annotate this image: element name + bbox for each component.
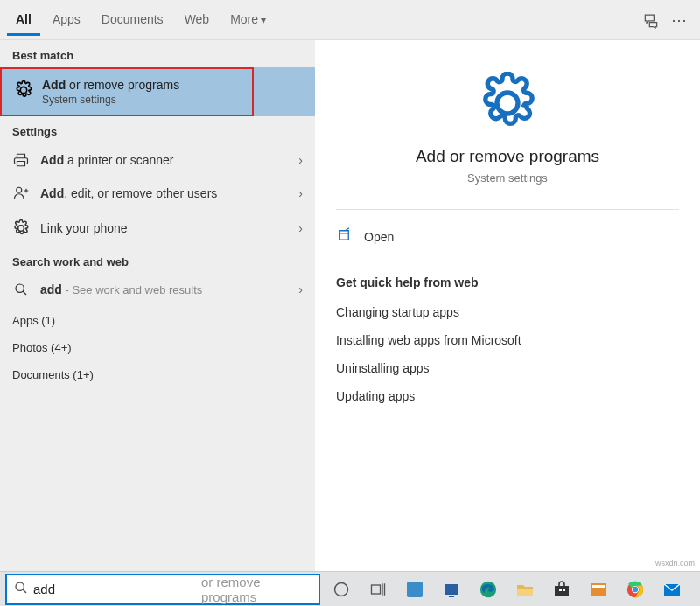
help-link[interactable]: Updating apps	[336, 382, 679, 410]
result-add-printer[interactable]: Add a printer or scanner ›	[0, 143, 315, 177]
taskbar-search[interactable]: or remove programs	[5, 574, 320, 605]
result-add-users[interactable]: Add, edit, or remove other users ›	[0, 177, 315, 210]
result-text: Add a printer or scanner	[40, 153, 288, 167]
settings-label: Settings	[0, 116, 315, 143]
app-icon-3[interactable]	[583, 574, 614, 605]
file-explorer-icon[interactable]	[509, 574, 541, 605]
chevron-right-icon: ›	[298, 282, 303, 296]
watermark: wsxdn.com	[655, 559, 695, 568]
search-ghost-text: or remove programs	[201, 575, 312, 604]
search-icon	[12, 282, 30, 296]
result-search-web[interactable]: add - See work and web results ›	[0, 274, 315, 305]
svg-rect-6	[449, 596, 454, 597]
best-match-sub: System settings	[42, 94, 179, 106]
task-view-icon[interactable]	[362, 574, 394, 605]
more-options-icon[interactable]: ⋯	[665, 6, 693, 34]
cortana-icon[interactable]	[326, 574, 357, 605]
best-match-label: Best match	[0, 40, 315, 67]
result-text: Link your phone	[40, 221, 288, 235]
result-text: Add, edit, or remove other users	[40, 186, 288, 200]
result-text: add - See work and web results	[40, 282, 288, 296]
search-icon	[14, 581, 28, 598]
app-icon-2[interactable]	[436, 574, 467, 605]
open-label: Open	[364, 230, 394, 244]
feedback-icon[interactable]	[637, 6, 665, 34]
documents-group-label[interactable]: Documents (1+)	[0, 359, 315, 387]
person-add-icon	[12, 185, 30, 201]
app-icon-1[interactable]	[399, 574, 430, 605]
help-link[interactable]: Installing web apps from Microsoft	[336, 326, 679, 354]
svg-rect-10	[559, 589, 562, 591]
best-match-title: Add or remove programs	[42, 78, 179, 92]
edge-icon[interactable]	[472, 574, 504, 605]
store-icon[interactable]	[546, 574, 578, 605]
gear-icon	[14, 80, 33, 103]
printer-icon	[12, 152, 30, 168]
help-title: Get quick help from web	[336, 275, 679, 289]
svg-point-1	[16, 582, 24, 590]
svg-rect-13	[592, 585, 605, 588]
svg-rect-3	[372, 585, 381, 594]
search-input[interactable]	[33, 582, 200, 596]
best-match-result[interactable]: Add or remove programs System settings	[0, 67, 254, 116]
chevron-right-icon: ›	[298, 221, 303, 235]
tab-more[interactable]: More	[221, 3, 275, 36]
apps-group-label[interactable]: Apps (1)	[0, 305, 315, 332]
preview-title: Add or remove programs	[336, 147, 679, 166]
svg-point-16	[633, 586, 638, 591]
svg-rect-11	[563, 589, 565, 591]
best-match-expand[interactable]	[254, 67, 315, 116]
svg-rect-8	[517, 589, 533, 596]
result-link-phone[interactable]: Link your phone ›	[0, 210, 315, 247]
open-icon	[336, 227, 352, 246]
gear-icon	[12, 219, 30, 238]
results-panel: Best match Add or remove programs System…	[0, 40, 315, 571]
open-action[interactable]: Open	[336, 220, 679, 253]
svg-point-2	[335, 582, 348, 596]
chevron-right-icon: ›	[298, 153, 303, 167]
mail-icon[interactable]	[656, 574, 688, 605]
help-link[interactable]: Changing startup apps	[336, 298, 679, 326]
tab-apps[interactable]: Apps	[44, 3, 89, 36]
search-web-label: Search work and web	[0, 247, 315, 274]
photos-group-label[interactable]: Photos (4+)	[0, 332, 315, 359]
gear-icon	[336, 72, 679, 138]
svg-point-0	[16, 284, 24, 292]
filter-tabs: All Apps Documents Web More	[7, 3, 275, 36]
svg-rect-4	[407, 582, 423, 597]
tab-web[interactable]: Web	[176, 3, 219, 36]
chrome-icon[interactable]	[620, 574, 651, 605]
preview-sub: System settings	[336, 171, 679, 185]
svg-rect-5	[444, 584, 458, 595]
chevron-right-icon: ›	[298, 186, 303, 200]
search-header: All Apps Documents Web More ⋯	[0, 0, 700, 40]
tab-documents[interactable]: Documents	[93, 3, 172, 36]
taskbar: or remove programs	[0, 571, 700, 606]
tab-all[interactable]: All	[7, 3, 40, 36]
help-link[interactable]: Uninstalling apps	[336, 354, 679, 382]
preview-panel: Add or remove programs System settings O…	[315, 40, 700, 571]
